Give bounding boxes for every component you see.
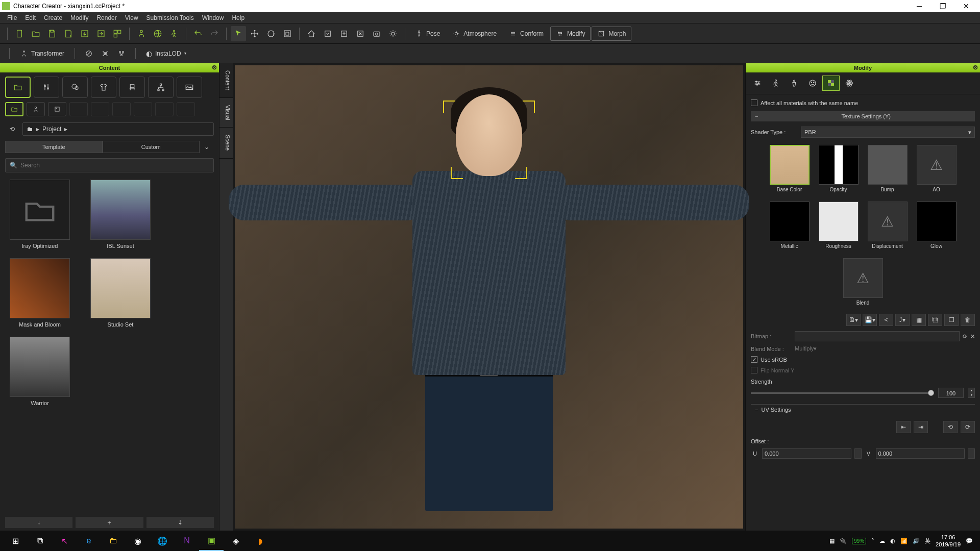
texture-opacity[interactable]: Opacity <box>819 145 859 192</box>
scale-tool-icon[interactable] <box>280 26 295 41</box>
rtab-motion-icon[interactable] <box>767 76 785 91</box>
uv-flip-h-icon[interactable]: ⇤ <box>896 421 911 433</box>
camera-settings-icon[interactable] <box>369 26 384 41</box>
texture-bump[interactable]: Bump <box>868 145 908 192</box>
tab-template[interactable]: Template <box>5 141 103 153</box>
conform-button[interactable]: Conform <box>503 27 549 41</box>
move-tool-icon[interactable] <box>247 26 262 41</box>
use-srgb-checkbox[interactable]: ✓Use sRGB <box>751 354 975 365</box>
tex-link-icon[interactable]: ⤴▾ <box>895 314 910 326</box>
instalod-button[interactable]: ◐InstaLOD▾ <box>142 47 190 60</box>
close-icon[interactable]: ⊗ <box>973 64 978 71</box>
tray-ime-icon[interactable]: 英 <box>925 537 930 545</box>
globe-icon[interactable] <box>150 26 165 41</box>
search-input[interactable]: 🔍 <box>5 158 214 172</box>
uv-settings-header[interactable]: −UV Settings <box>751 404 975 415</box>
strength-slider[interactable]: 100 ▴▾ <box>751 386 975 400</box>
start-button[interactable]: ⊞ <box>3 531 28 551</box>
tray-up-icon[interactable]: ˄ <box>871 538 874 544</box>
tex-copy-icon[interactable]: ⿻ <box>928 314 942 326</box>
rotate-tool-icon[interactable] <box>263 26 279 41</box>
tab-landscape-icon[interactable] <box>177 77 202 98</box>
texture-blend[interactable]: ⚠Blend <box>843 258 883 306</box>
battery-status[interactable]: 99% <box>852 538 866 544</box>
close-icon[interactable]: ⊗ <box>212 64 217 71</box>
tab-palette-icon[interactable] <box>62 77 88 98</box>
v-input[interactable]: 0.000 <box>876 448 965 459</box>
tex-dup-icon[interactable]: ❐ <box>944 314 959 326</box>
options-icon[interactable] <box>110 26 125 41</box>
tray-volume-icon[interactable]: 🔊 <box>913 538 920 544</box>
redo-icon[interactable] <box>207 26 222 41</box>
select-tool-icon[interactable] <box>231 26 246 41</box>
blendmode-select[interactable]: Multiply▾ <box>795 345 975 352</box>
menu-help[interactable]: Help <box>228 13 249 22</box>
tab-custom[interactable]: Custom <box>103 141 200 153</box>
texture-displacement[interactable]: ⚠Displacement <box>868 202 908 249</box>
task-view-icon[interactable]: ⧉ <box>28 531 52 551</box>
tab-shirt-icon[interactable] <box>91 77 116 98</box>
texture-ao[interactable]: ⚠AO <box>917 145 957 192</box>
tab-sliders-icon[interactable] <box>34 77 59 98</box>
app-chrome-icon[interactable]: ◉ <box>126 531 150 551</box>
tab-hierarchy-icon[interactable] <box>148 77 174 98</box>
bitmap-browse-icon[interactable]: ⟳ <box>963 333 967 340</box>
character-icon[interactable] <box>134 26 149 41</box>
export-icon[interactable] <box>93 26 109 41</box>
tray-sync-icon[interactable]: ◐ <box>890 538 895 544</box>
maximize-button[interactable]: ❐ <box>931 0 954 12</box>
run-icon[interactable] <box>166 26 182 41</box>
back-icon[interactable]: ⟲ <box>5 122 19 136</box>
app-edge-icon[interactable]: e <box>77 531 101 551</box>
save-plus-icon[interactable] <box>61 26 76 41</box>
tab-menu-icon[interactable]: ⌄ <box>200 143 214 151</box>
tool-c-icon[interactable] <box>114 46 129 61</box>
subtab-preset-icon[interactable] <box>48 102 66 116</box>
subtab-person-icon[interactable] <box>27 102 45 116</box>
menu-window[interactable]: Window <box>198 13 228 22</box>
app-cursor-icon[interactable]: ↖ <box>52 531 77 551</box>
texture-glow[interactable]: Glow <box>917 202 957 249</box>
menu-render[interactable]: Render <box>92 13 120 22</box>
modify-button[interactable]: Modify <box>550 27 591 41</box>
tex-share-icon[interactable]: < <box>879 314 893 326</box>
tool-b-icon[interactable] <box>97 46 113 61</box>
viewport[interactable] <box>235 65 743 529</box>
breadcrumb-path[interactable]: 🖿▸ Project▸ <box>22 122 214 136</box>
sidetab-visual[interactable]: Visual <box>219 98 233 128</box>
tool-a-icon[interactable] <box>81 46 96 61</box>
texture-metallic[interactable]: Metallic <box>770 202 810 249</box>
menu-view[interactable]: View <box>121 13 142 22</box>
subtab-folder-icon[interactable] <box>5 102 23 116</box>
rtab-physics-icon[interactable] <box>841 76 858 91</box>
menu-submission-tools[interactable]: Submission Tools <box>142 13 198 22</box>
menu-edit[interactable]: Edit <box>21 13 40 22</box>
home-icon[interactable] <box>304 26 319 41</box>
texture-base-color[interactable]: Base Color <box>770 145 810 192</box>
tab-chair-icon[interactable] <box>119 77 145 98</box>
sidetab-content[interactable]: Content <box>219 63 233 98</box>
tab-folder-icon[interactable] <box>5 77 31 98</box>
content-item-studio-set[interactable]: Studio Set <box>88 258 153 328</box>
remove-button[interactable]: ⇣ <box>146 517 214 528</box>
rtab-texture-icon[interactable] <box>822 76 840 91</box>
camera-x-icon[interactable] <box>353 26 368 41</box>
content-item-mask-bloom[interactable]: Mask and Bloom <box>7 258 72 328</box>
frame-all-icon[interactable] <box>336 26 352 41</box>
clock[interactable]: 17:06 2019/9/19 <box>936 534 961 548</box>
menu-modify[interactable]: Modify <box>66 13 92 22</box>
tray-cloud-icon[interactable]: ☁ <box>879 538 885 544</box>
apply-button[interactable]: ↓ <box>5 517 72 528</box>
tray-grid-icon[interactable]: ▦ <box>829 538 835 544</box>
uv-rotate-l-icon[interactable]: ⟲ <box>943 421 958 433</box>
tray-power-icon[interactable]: 🔌 <box>840 538 847 544</box>
content-item-warrior[interactable]: Warrior <box>7 337 72 406</box>
app-character-creator-icon[interactable]: ▣ <box>199 531 224 551</box>
frame-down-icon[interactable] <box>320 26 335 41</box>
new-file-icon[interactable] <box>12 26 27 41</box>
tray-notifications-icon[interactable]: 💬 <box>966 538 973 544</box>
shader-type-select[interactable]: PBR▾ <box>801 127 975 138</box>
uv-rotate-r-icon[interactable]: ⟳ <box>961 421 975 433</box>
affect-all-checkbox[interactable]: Affect all materials with the same name <box>751 97 975 108</box>
bitmap-clear-icon[interactable]: ✕ <box>970 333 975 340</box>
